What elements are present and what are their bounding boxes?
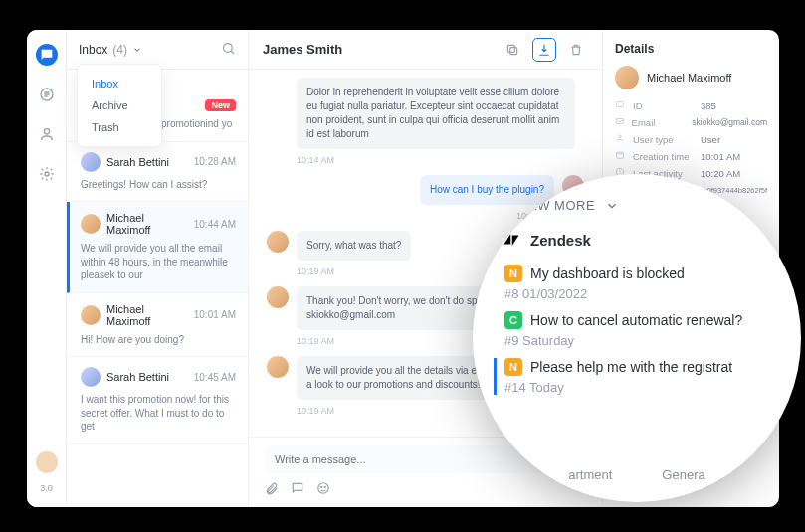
avatar [81,367,101,387]
svg-point-11 [619,135,622,138]
svg-point-2 [45,172,49,176]
ticket-sub: #9 Saturday [504,333,801,348]
current-user-avatar[interactable] [36,451,58,473]
avatar [267,356,289,378]
field-value: User [701,134,720,145]
svg-rect-12 [617,152,624,158]
svg-rect-5 [507,45,514,52]
item-name: Michael Maximoff [106,303,188,327]
ticket-title: How to cancel automatic renewal? [530,312,742,328]
canned-icon[interactable] [291,481,304,497]
svg-rect-10 [616,119,624,124]
nav-settings-icon[interactable] [36,163,58,185]
folder-count: (4) [112,43,127,57]
search-icon[interactable] [221,41,236,58]
details-user-name: Michael Maximoff [647,72,731,84]
field-value: skiokko@gmail.com [692,117,767,127]
trash-icon[interactable] [564,38,588,62]
dropdown-item-inbox[interactable]: Inbox [78,73,161,94]
item-preview: We will provide you all the email within… [81,242,236,282]
svg-point-1 [44,129,49,134]
side-nav: 3.0 [27,30,67,507]
item-name: Sarah Bettini [106,156,188,168]
avatar [267,231,289,253]
details-title: Details [615,42,767,56]
field-value: 385 [701,100,716,111]
zendesk-ticket[interactable]: NPlease help me with the registrat #14 T… [494,358,801,395]
list-item[interactable]: Sarah Bettini 10:28 AM Greetings! How ca… [67,142,248,203]
inbox-panel: Inbox (4) Inbox Archive Trash sa Satta N… [67,30,249,507]
ticket-title: My dashboard is blocked [530,266,685,281]
zendesk-ticket[interactable]: NMy dashboard is blocked #8 01/03/2022 [503,265,801,301]
list-item[interactable]: Sarah Bettini 10:45 AM I want this promo… [67,357,248,444]
version-label: 3.0 [40,483,53,493]
item-name: Michael Maximoff [106,212,188,236]
field-label: Creation time [633,151,695,162]
avatar [81,152,101,172]
svg-rect-4 [510,47,517,54]
user-icon [615,133,627,145]
zendesk-brand: Zendesk [503,231,801,249]
zendesk-ticket[interactable]: CHow to cancel automatic renewal? #9 Sat… [503,311,801,348]
zendesk-zoom-overlay: EW MORE Zendesk NMy dashboard is blocked… [473,174,801,502]
ticket-badge: N [504,358,522,376]
zoom-footer-right: Genera [662,467,704,482]
ticket-badge: C [504,311,522,329]
field-value: 10:20 AM [701,168,740,179]
chevron-down-icon [605,199,619,213]
field-label: User type [633,134,695,145]
message: Dolor in reprehenderit in voluptate veli… [267,78,584,149]
emoji-icon[interactable] [316,481,330,497]
nav-user-icon[interactable] [36,123,58,145]
avatar [615,66,639,89]
svg-point-6 [318,483,329,494]
list-item[interactable]: Michael Maximoff 10:01 AM Hi! How are yo… [67,293,248,358]
message-time: 10:19 AM [267,211,554,221]
svg-rect-9 [617,102,624,107]
item-time: 10:45 AM [194,372,236,383]
item-preview: Greetings! How can I assist? [81,178,236,192]
svg-point-7 [321,486,322,487]
item-name: Sarah Bettini [106,371,188,383]
message-text: Dolor in reprehenderit in voluptate veli… [297,78,575,149]
avatar [267,286,289,308]
dropdown-item-archive[interactable]: Archive [78,94,161,116]
list-item[interactable]: Michael Maximoff 10:44 AM We will provid… [67,202,248,293]
new-badge: New [205,99,236,111]
avatar [81,214,101,234]
item-time: 10:01 AM [194,309,236,320]
nav-chat-icon[interactable] [36,44,58,66]
field-label: Email [632,117,687,128]
chat-title: James Smith [263,42,493,57]
nav-bubble-icon[interactable] [36,84,58,105]
folder-dropdown-button[interactable]: Inbox (4) [79,43,142,57]
copy-icon[interactable] [501,38,524,62]
calendar-icon [615,150,627,162]
folder-dropdown: Inbox Archive Trash [77,64,162,147]
dropdown-item-trash[interactable]: Trash [78,116,161,138]
message-text: Sorry, what was that? [297,231,411,261]
message: How can I buy the plugin? [267,175,584,205]
ticket-title: Please help me with the registrat [530,359,732,375]
ticket-sub: #14 Today [504,380,801,395]
item-time: 10:28 AM [194,156,236,167]
attach-icon[interactable] [265,481,279,497]
message-time: 10:14 AM [297,155,584,165]
item-preview: Hi! How are you doing? [81,333,236,347]
ticket-badge: N [504,265,522,282]
field-label: ID [633,100,695,111]
svg-point-8 [324,486,325,487]
field-value: 10:01 AM [701,151,740,162]
zendesk-brand-label: Zendesk [530,232,591,249]
item-time: 10:44 AM [194,219,236,230]
zoom-footer-left: artment [568,467,612,482]
item-preview: I want this promotion now! for this secr… [81,393,236,434]
chevron-down-icon [132,45,142,55]
download-icon[interactable] [532,38,556,62]
mail-icon [615,116,626,128]
message-text: How can I buy the plugin? [420,175,554,205]
avatar [81,305,101,325]
ticket-sub: #8 01/03/2022 [504,286,801,301]
id-icon [615,99,627,111]
svg-point-3 [224,44,233,53]
